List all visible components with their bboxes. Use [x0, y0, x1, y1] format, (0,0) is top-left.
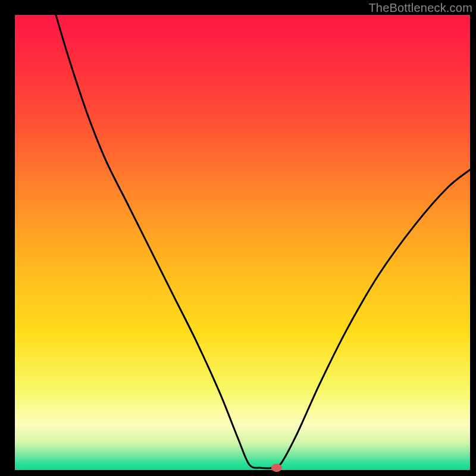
watermark-text: TheBottleneck.com	[368, 1, 472, 15]
chart-svg	[0, 0, 476, 476]
bottleneck-chart: TheBottleneck.com	[0, 0, 476, 476]
optimal-marker	[271, 464, 282, 472]
